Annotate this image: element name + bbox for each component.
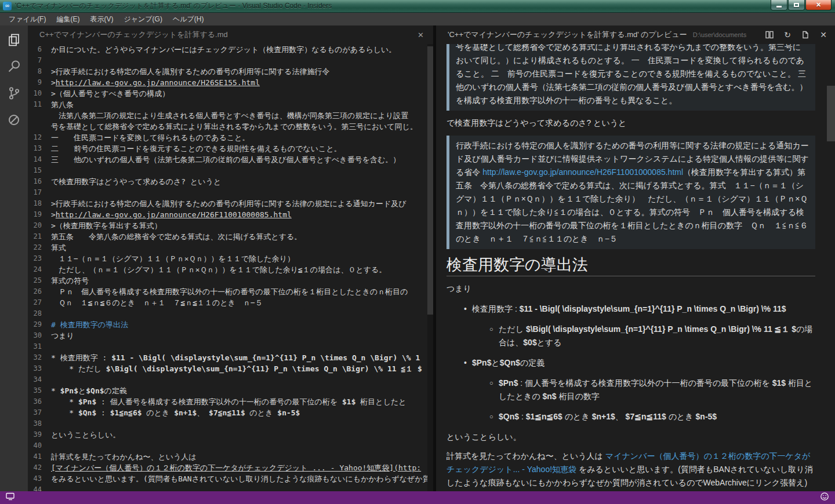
title-bar: ∞ 'C++でマイナンバーのチェックデジットを計算する.md' のプレビュー -…	[0, 0, 835, 13]
code-line[interactable]: 12一 住民票コードを変換して得られるものであること。	[28, 132, 427, 143]
token: のとき	[245, 408, 278, 417]
code-line[interactable]: 22算式	[28, 242, 427, 253]
code-line[interactable]: 25算式の符号	[28, 275, 427, 286]
close-preview-button[interactable]: ✕	[819, 30, 828, 39]
code-line[interactable]: 26 Ｐｎ 個人番号を構成する検査用数字以外の十一桁の番号の最下位の桁を１桁目と…	[28, 286, 427, 297]
code-line[interactable]: 23 １１−（ｎ＝１（シグマ）１１（Ｐｎ×Ｑｎ））を１１で除した余り）	[28, 253, 427, 264]
search-icon[interactable]	[5, 58, 23, 75]
preview-text: 桁目の数字	[557, 392, 600, 401]
code-line[interactable]: 27 Ｑｎ １≦ｎ≦６のとき ｎ＋１ ７≦ｎ≦１１のとき ｎ−５	[28, 297, 427, 308]
explorer-icon[interactable]	[5, 31, 23, 49]
code-line[interactable]: 41計算式を見たってわかんね〜、という人は	[28, 451, 427, 462]
line-number	[28, 121, 51, 132]
preview-scrollbar[interactable]	[827, 44, 835, 491]
monitor-icon[interactable]	[6, 492, 15, 503]
line-text: >http://law.e-gov.go.jp/announce/H26SE15…	[51, 77, 260, 88]
menu-item[interactable]: 編集(E)	[51, 13, 85, 25]
token: で検査用数字はどうやって求めるのさ? というと	[51, 177, 221, 186]
source-link[interactable]: http://law.e-gov.go.jp/announce/H26SE155…	[56, 78, 260, 87]
token: $n+1$	[174, 408, 197, 417]
line-text: 一 住民票コードを変換して得られるものであること。	[51, 132, 250, 143]
refresh-icon[interactable]: ↻	[783, 30, 792, 39]
code-line[interactable]: 40	[28, 440, 427, 451]
line-text: * $Pn$ : 個人番号を構成する検査用数字以外の十一桁の番号の最下位の桁を …	[51, 396, 406, 407]
code-line[interactable]: 15	[28, 165, 427, 176]
token: 、	[197, 408, 209, 417]
code-line[interactable]: 14三 他のいずれの個人番号（法第七条第二項の従前の個人番号及び個人番号とすべき…	[28, 154, 427, 165]
maximize-button[interactable]	[788, 0, 805, 10]
menu-item[interactable]: 表示(V)	[85, 13, 118, 25]
preview-text: $n-5$	[696, 412, 717, 421]
line-text: 算式の符号	[51, 275, 89, 286]
code-line[interactable]: 13二 前号の住民票コードを復元することのできる規則性を備えるものでないこと。	[28, 143, 427, 154]
vscode-insiders-icon: ∞	[3, 2, 12, 10]
menu-item[interactable]: ファイル(F)	[3, 13, 51, 25]
preview-list: 検査用数字 : $11 - \Bigl( \displaystyle\sum_{…	[446, 302, 815, 423]
close-window-button[interactable]: ✕	[805, 0, 832, 10]
line-number: 23	[28, 253, 51, 264]
close-editor-button[interactable]: ✕	[415, 30, 426, 41]
preview-text: のとき	[666, 412, 696, 421]
token: *	[51, 397, 78, 406]
code-line[interactable]: 19>http://law.e-gov.go.jp/announce/H26F1…	[28, 209, 427, 220]
code-line[interactable]: 法第八条第二項の規定により生成される個人番号とすべき番号は、機構が同条第三項の規…	[28, 110, 427, 121]
code-line[interactable]: 39ということらしい。	[28, 429, 427, 440]
editor-tab-title: C++でマイナンバーのチェックデジットを計算する.md	[39, 30, 228, 40]
source-control-icon[interactable]	[5, 85, 23, 102]
code-line[interactable]: 36 * $Pn$ : 個人番号を構成する検査用数字以外の十一桁の番号の最下位の…	[28, 396, 427, 407]
source-link[interactable]: http://law.e-gov.go.jp/announce/H26F1100…	[56, 210, 292, 219]
list-item: $Pn$と$Qn$の定義	[463, 356, 815, 370]
line-number: 11	[28, 99, 51, 110]
open-source-icon[interactable]	[801, 30, 810, 39]
code-line[interactable]: 44	[28, 484, 427, 491]
code-line[interactable]: 7	[28, 55, 427, 66]
preview-text: $Pn$	[499, 378, 518, 388]
debug-icon[interactable]	[5, 111, 23, 129]
code-line[interactable]: 30つまり	[28, 330, 427, 341]
line-number: 38	[28, 418, 51, 429]
code-line[interactable]: 32* 検査用数字 : $11 - \Bigl( \displaystyle\s…	[28, 352, 427, 363]
code-line[interactable]: 33 * ただし $\Bigl( \displaystyle\sum_{n=1}…	[28, 363, 427, 374]
code-line[interactable]: 42[マイナンバー（個人番号）の１２桁の数字の下一ケタがチェックデジット ...…	[28, 462, 427, 473]
code-line[interactable]: 9>http://law.e-gov.go.jp/announce/H26SE1…	[28, 77, 427, 88]
menu-item[interactable]: ジャンプ(G)	[118, 13, 167, 25]
preview-heading: 検査用数字の導出法	[446, 258, 815, 276]
code-line[interactable]: 11第八条	[28, 99, 427, 110]
code-line[interactable]: 21第五条 令第八条の総務省令で定める算式は、次に掲げる算式とする。	[28, 231, 427, 242]
code-line[interactable]: 31	[28, 341, 427, 352]
editor-scrollbar-thumb[interactable]	[427, 46, 433, 315]
code-line[interactable]: 38	[28, 418, 427, 429]
line-text: # 検査用数字の導出法	[51, 319, 128, 330]
menu-item[interactable]: ヘルプ(H)	[168, 13, 209, 25]
split-editor-icon[interactable]	[765, 30, 774, 39]
code-line[interactable]: 17	[28, 187, 427, 198]
code-line[interactable]: 6か目についた。どうやらマイナンバーにはチェックデジット（検査用数字）なるものが…	[28, 44, 427, 55]
line-text: で検査用数字はどうやって求めるのさ? というと	[51, 176, 221, 187]
preview-scrollbar-thumb[interactable]	[827, 86, 835, 141]
editor-pane: C++でマイナンバーのチェックデジットを計算する.md ✕ 6か目についた。どう…	[28, 25, 433, 491]
token: ただし、（ｎ＝１（シグマ）１１（Ｐｎ×Ｑｎ））を１１で除した余り≦１の場合は、０…	[51, 265, 386, 274]
editor-scrollbar[interactable]	[427, 44, 433, 491]
code-line[interactable]: 8>行政手続における特定の個人を識別するための番号の利用等に関する法律施行令	[28, 66, 427, 77]
minimize-button[interactable]	[771, 0, 787, 10]
token: か目についた。どうやらマイナンバーにはチェックデジット（検査用数字）なるものがあ…	[51, 45, 396, 54]
code-line[interactable]: 29# 検査用数字の導出法	[28, 319, 427, 330]
code-line[interactable]: 18>行政手続における特定の個人を識別するための番号の利用等に関する法律の規定に…	[28, 198, 427, 209]
code-line[interactable]: 37 * $Qn$ : $1≦n≦6$ のとき $n+1$、 $7≦n≦11$ …	[28, 407, 427, 418]
line-text: >http://law.e-gov.go.jp/announce/H26F110…	[51, 209, 292, 220]
feedback-smiley-icon[interactable]	[820, 492, 829, 503]
code-line[interactable]: 28	[28, 308, 427, 319]
code-line[interactable]: 16で検査用数字はどうやって求めるのさ? というと	[28, 176, 427, 187]
code-line[interactable]: 号を基礎として総務省令で定める算式により算出される零から九までの整数をいう。第三…	[28, 121, 427, 132]
code-line[interactable]: 43をみるといいと思います。(質問者もBANされていないし取り消したような痕跡も…	[28, 473, 427, 484]
line-number: 33	[28, 363, 51, 374]
code-line[interactable]: 10>（個人番号とすべき番号の構成）	[28, 88, 427, 99]
code-line[interactable]: 34	[28, 374, 427, 385]
source-link[interactable]: [マイナンバー（個人番号）の１２桁の数字の下一ケタがチェックデジット ... -…	[51, 463, 421, 472]
code-line[interactable]: 24 ただし、（ｎ＝１（シグマ）１１（Ｐｎ×Ｑｎ））を１１で除した余り≦１の場合…	[28, 264, 427, 275]
code-line[interactable]: 35* $Pn$と$Qn$の定義	[28, 385, 427, 396]
line-number: 22	[28, 242, 51, 253]
code-line[interactable]: 20>（検査用数字を算出する算式）	[28, 220, 427, 231]
token: >	[51, 210, 56, 219]
preview-link[interactable]: http://law.e-gov.go.jp/announce/H26F1100…	[482, 167, 683, 177]
